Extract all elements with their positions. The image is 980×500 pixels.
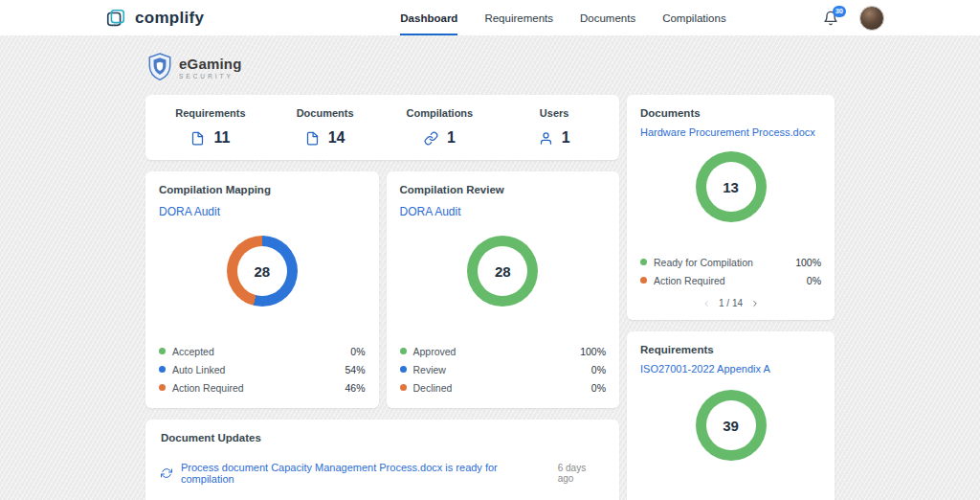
- stats-card: Requirements 11 Documents: [145, 95, 619, 160]
- legend-label: Action Required: [654, 275, 725, 286]
- chevron-right-icon[interactable]: [750, 299, 760, 308]
- legend-dot: [640, 259, 647, 265]
- stat-label: Documents: [297, 107, 354, 119]
- donut-chart: 28: [467, 236, 538, 307]
- stat-documents: Documents 14: [268, 107, 383, 147]
- donut-total: 28: [254, 263, 270, 280]
- legend-label: Ready for Compilation: [654, 257, 753, 268]
- nav-documents[interactable]: Documents: [580, 0, 635, 35]
- legend-item: Action Required 0%: [640, 271, 821, 289]
- nav-requirements[interactable]: Requirements: [484, 0, 553, 35]
- file-icon: [305, 131, 320, 146]
- app-header: complify Dashboard Requirements Document…: [0, 0, 980, 35]
- file-icon: [190, 131, 205, 146]
- stat-value: 11: [213, 129, 230, 147]
- legend: Ready for Compilation 100% Action Requir…: [640, 253, 821, 289]
- main-nav: Dashboard Requirements Documents Compila…: [400, 0, 725, 35]
- legend-item: Auto Linked 54%: [159, 360, 366, 378]
- notifications-button[interactable]: 30: [823, 11, 838, 26]
- legend-value: 46%: [345, 382, 365, 394]
- shield-icon: [147, 53, 172, 81]
- donut-total: 28: [495, 263, 511, 280]
- stat-label: Requirements: [175, 107, 245, 119]
- legend-value: 0%: [350, 346, 365, 357]
- legend-item: Action Required 46%: [159, 378, 366, 397]
- legend: Approved 100% Review 0% Declined: [400, 342, 607, 397]
- card-title: Compilation Mapping: [159, 184, 366, 195]
- legend-value: 100%: [580, 346, 606, 357]
- document-link[interactable]: Hardware Procurement Process.docx: [640, 126, 815, 138]
- main-column: Requirements 11 Documents: [145, 95, 619, 500]
- stat-label: Compilations: [407, 107, 474, 119]
- donut-total: 39: [723, 418, 739, 434]
- stat-users: Users 1: [497, 107, 612, 147]
- dora-audit-link[interactable]: DORA Audit: [159, 205, 220, 218]
- dashboard-page: eGaming SECURITY Requirements 11: [0, 35, 980, 500]
- legend-dot: [400, 384, 407, 391]
- legend-label: Review: [413, 364, 446, 375]
- requirements-card: Requirements ISO27001-2022 Appendix A 39…: [627, 331, 835, 500]
- donut-chart: 39: [696, 390, 767, 461]
- legend-dot: [159, 348, 166, 354]
- org-name: eGaming: [179, 56, 242, 72]
- dora-audit-link[interactable]: DORA Audit: [400, 205, 461, 218]
- user-avatar[interactable]: [859, 6, 884, 31]
- update-row: Process document Capacity Management Pro…: [161, 491, 604, 500]
- update-row: Process document Capacity Management Pro…: [161, 455, 604, 491]
- notification-count-badge: 30: [833, 6, 846, 17]
- stat-requirements: Requirements 11: [153, 107, 268, 147]
- user-icon: [539, 131, 553, 146]
- complify-logo-icon: [105, 8, 126, 29]
- compilation-mapping-card: Compilation Mapping DORA Audit 28 Accept…: [145, 171, 379, 408]
- legend-item: Review 0%: [400, 360, 607, 378]
- stat-value: 1: [562, 129, 570, 147]
- compilation-review-card: Compilation Review DORA Audit 28 Approve…: [387, 171, 620, 408]
- legend-label: Accepted: [172, 346, 214, 357]
- card-title: Requirements: [640, 344, 821, 355]
- legend-label: Action Required: [172, 382, 244, 394]
- legend-dot: [400, 348, 407, 354]
- donut-chart: 28: [227, 236, 298, 307]
- donut-total: 13: [723, 179, 739, 195]
- legend-value: 54%: [345, 364, 365, 375]
- legend-label: Approved: [413, 346, 457, 357]
- legend-item: Ready for Compilation 100%: [640, 253, 821, 271]
- legend-value: 100%: [795, 257, 821, 268]
- legend-value: 0%: [591, 364, 606, 375]
- document-updates-card: Document Updates Process document Capaci…: [145, 420, 619, 500]
- sync-icon: [161, 467, 172, 479]
- chevron-left-icon[interactable]: [702, 299, 711, 308]
- update-link[interactable]: Process document Capacity Management Pro…: [181, 462, 549, 485]
- stat-value: 14: [328, 129, 345, 147]
- legend-label: Declined: [413, 382, 453, 394]
- nav-compilations[interactable]: Compilations: [662, 0, 725, 35]
- stat-value: 1: [447, 129, 456, 147]
- brand-logo[interactable]: complify: [105, 0, 204, 35]
- stat-label: Users: [540, 107, 569, 119]
- requirement-link[interactable]: ISO27001-2022 Appendix A: [640, 363, 770, 375]
- card-title: Document Updates: [161, 432, 604, 443]
- legend: Accepted 0% Auto Linked 54% Action Requi…: [159, 342, 366, 397]
- pagination: 1 / 14: [640, 298, 821, 308]
- org-logo: eGaming SECURITY: [147, 53, 835, 81]
- stat-compilations: Compilations 1: [383, 107, 498, 147]
- nav-dashboard[interactable]: Dashboard: [400, 0, 457, 35]
- legend-value: 0%: [591, 382, 606, 394]
- documents-card: Documents Hardware Procurement Process.d…: [627, 95, 835, 320]
- update-time: 6 days ago: [558, 463, 604, 484]
- legend-label: Auto Linked: [172, 364, 225, 375]
- legend-dot: [159, 384, 166, 391]
- brand-name: complify: [135, 9, 204, 28]
- legend-item: Approved 100%: [400, 342, 607, 360]
- page-indicator: 1 / 14: [719, 298, 743, 308]
- card-title: Documents: [640, 107, 821, 119]
- header-actions: 30: [823, 0, 884, 35]
- donut-chart: 13: [696, 151, 767, 222]
- side-column: Documents Hardware Procurement Process.d…: [627, 95, 835, 500]
- legend-dot: [159, 366, 166, 373]
- legend-dot: [640, 277, 647, 284]
- link-icon: [424, 131, 438, 146]
- card-title: Compilation Review: [400, 184, 607, 195]
- legend-item: Accepted 0%: [159, 342, 366, 360]
- legend-value: 0%: [807, 275, 821, 286]
